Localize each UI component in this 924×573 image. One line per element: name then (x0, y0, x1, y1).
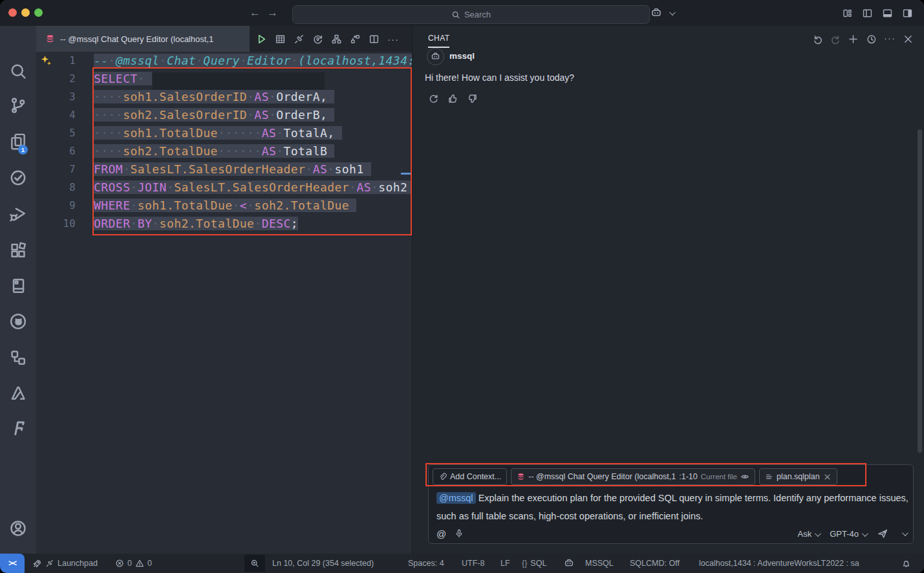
estimated-plan-icon[interactable] (350, 34, 361, 45)
regenerate-icon[interactable] (428, 93, 439, 104)
sqlcmd-item[interactable]: SQLCMD: Off (630, 554, 680, 573)
search-input[interactable]: Search (292, 5, 650, 24)
mic-icon[interactable] (454, 528, 464, 539)
back-icon[interactable]: ← (250, 6, 261, 20)
eye-icon[interactable] (740, 472, 749, 481)
overview-ruler-cursor (401, 173, 412, 175)
change-connection-icon[interactable] (312, 34, 323, 45)
copilot-icon[interactable] (650, 7, 662, 19)
cursor-position-item[interactable]: Ln 10, Col 29 (354 selected) (272, 554, 374, 573)
fabric-icon[interactable] (9, 419, 27, 437)
chat-redo-icon[interactable] (830, 34, 841, 45)
indentation-item[interactable]: Spaces: 4 (408, 554, 444, 573)
remove-chip-icon[interactable] (823, 473, 832, 481)
zoom-status-icon[interactable] (244, 555, 265, 572)
run-debug-icon[interactable] (9, 205, 27, 223)
disconnect-icon[interactable] (294, 34, 305, 45)
close-traffic-light[interactable] (8, 8, 17, 17)
copilot-status-icon[interactable] (564, 554, 574, 573)
plan-file-chip[interactable]: plan.sqlplan (759, 468, 837, 485)
activity-bar: 1 (0, 26, 36, 554)
notifications-bell-icon[interactable] (901, 554, 911, 573)
thumbs-up-icon[interactable] (447, 93, 458, 104)
code-line[interactable]: 10ORDER·BY·soh2.TotalDue·DESC; (36, 215, 412, 233)
chat-input-box[interactable]: Add Context... -- @mssql Chat Query Edit… (428, 464, 914, 544)
mention-context-icon[interactable]: @ (436, 528, 446, 539)
context-chip-row: Add Context... -- @mssql Chat Query Edit… (433, 468, 837, 485)
chat-input-toolbar: @ Ask GPT-4o (429, 525, 914, 542)
mode-picker[interactable]: Ask (798, 529, 820, 539)
launchpad-item[interactable]: Launchpad (32, 554, 98, 573)
send-button[interactable] (877, 528, 888, 539)
maximize-traffic-light[interactable] (34, 8, 43, 17)
chat-undo-icon[interactable] (812, 34, 823, 45)
vscode-window: ← → Search 1 (0, 0, 924, 573)
chat-more-icon[interactable]: ··· (884, 32, 896, 43)
new-chat-icon[interactable] (848, 34, 859, 45)
warnings-icon (135, 559, 144, 568)
account-icon[interactable] (9, 519, 27, 537)
file-chip-hint: Current file (701, 473, 737, 481)
encoding-item[interactable]: UTF-8 (462, 554, 484, 573)
toggle-sidebar-icon[interactable] (862, 8, 873, 19)
line-number: 2 (36, 70, 76, 88)
line-number: 4 (36, 106, 76, 124)
mssql-status-item[interactable]: MSSQL (585, 554, 614, 573)
plug-icon (45, 559, 54, 568)
code-line[interactable]: 4····soh2.SalesOrderID·AS·OrderB, (36, 106, 412, 124)
mode-chevron-icon (815, 530, 821, 537)
more-actions-icon[interactable]: ··· (387, 34, 398, 45)
file-context-chip[interactable]: -- @mssql Chat Query Editor (localhost,1… (511, 468, 755, 485)
editor-tab[interactable]: -- @mssql Chat Query Editor (localhost,1 (36, 26, 250, 52)
add-context-button[interactable]: Add Context... (433, 468, 507, 485)
code-line[interactable]: 5····soh1.TotalDue······AS·TotalA, (36, 124, 412, 142)
toggle-panel-icon[interactable] (882, 8, 893, 19)
split-editor-icon[interactable] (369, 34, 380, 45)
code-line[interactable]: 6····soh2.TotalDue······AS·TotalB (36, 142, 412, 160)
line-number: 5 (36, 124, 76, 142)
code-line[interactable]: 7FROM·SalesLT.SalesOrderHeader·AS·soh1 (36, 160, 412, 178)
chat-author: mssql (449, 51, 475, 61)
copilot-menu-chevron-icon[interactable] (669, 9, 676, 16)
toggle-secondary-sidebar-icon[interactable] (902, 8, 913, 19)
send-chevron-icon[interactable] (902, 530, 908, 536)
remote-indicator[interactable]: >< (0, 554, 25, 573)
paperclip-icon (438, 473, 447, 481)
problems-item[interactable]: 0 0 (115, 554, 152, 573)
connection-item[interactable]: localhost,1434 : AdventureWorksLT2022 : … (699, 554, 859, 573)
chat-prompt-text[interactable]: @mssql Explain the execution plan for th… (436, 489, 908, 525)
minimize-traffic-light[interactable] (21, 8, 30, 17)
plan-chip-label: plan.sqlplan (777, 472, 820, 481)
run-query-icon[interactable] (256, 34, 267, 45)
search-placeholder: Search (464, 10, 491, 19)
results-grid-icon[interactable] (275, 34, 286, 45)
azure-icon[interactable] (9, 384, 27, 402)
extensions-icon[interactable] (9, 241, 27, 259)
chat-panel-tab[interactable]: CHAT (428, 34, 449, 48)
search-sidebar-icon[interactable] (9, 62, 27, 80)
chat-history-icon[interactable] (866, 34, 877, 45)
model-picker[interactable]: GPT-4o (830, 529, 866, 539)
customize-layout-icon[interactable] (842, 8, 853, 19)
sql-connections-icon[interactable] (9, 349, 27, 367)
language-item[interactable]: {} SQL (522, 554, 546, 573)
selected-text: FROM·SalesLT.SalesOrderHeader·AS·soh1 (94, 162, 371, 176)
code-line[interactable]: 8CROSS·JOIN·SalesLT.SalesOrderHeader·AS·… (36, 178, 412, 197)
launchpad-label: Launchpad (58, 559, 98, 568)
thumbs-down-icon[interactable] (467, 93, 478, 104)
query-plan-icon[interactable] (331, 34, 342, 45)
mssql-mention[interactable]: @mssql (436, 492, 476, 504)
cursor-position: Ln 10, Col 29 (354 selected) (272, 559, 374, 568)
notebook-icon[interactable] (9, 277, 27, 295)
tasks-check-icon[interactable] (9, 169, 27, 187)
forward-icon[interactable]: → (267, 6, 278, 20)
eol-item[interactable]: LF (500, 554, 510, 573)
chat-close-icon[interactable] (903, 34, 914, 45)
github-icon[interactable] (9, 312, 27, 330)
code-line[interactable]: 9WHERE·soh1.TotalDue·<·soh2.TotalDue (36, 197, 412, 215)
code-line[interactable]: 1--·@mssql·Chat·Query·Editor·(localhost,… (36, 52, 412, 70)
chat-scrollbar[interactable] (918, 129, 922, 453)
source-control-icon[interactable] (9, 96, 27, 114)
code-line[interactable]: 3····soh1.SalesOrderID·AS·OrderA, (36, 88, 412, 106)
selected-text: CROSS·JOIN·SalesLT.SalesOrderHeader·AS·s… (94, 180, 414, 194)
